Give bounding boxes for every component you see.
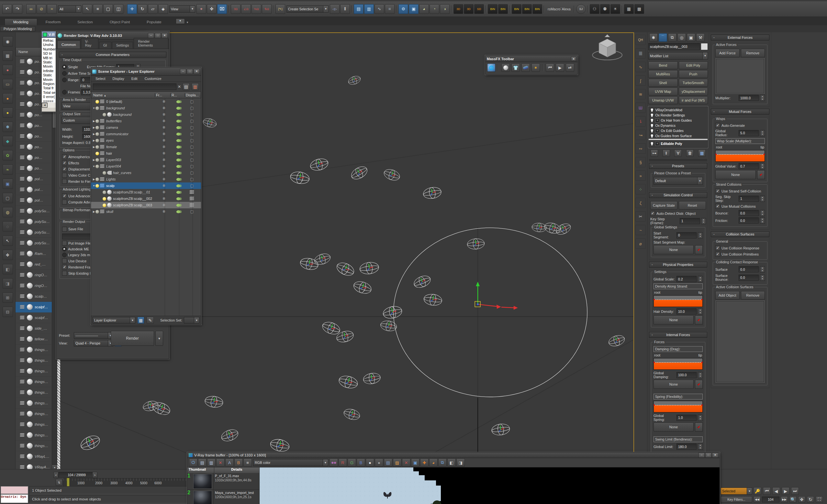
scene-explorer-row-communicator[interactable]: ▶communicator❄▢ bbox=[91, 131, 201, 137]
vfb-close-img-icon[interactable]: ✕ bbox=[402, 458, 410, 467]
docked-explorer-row[interactable]: things… bbox=[15, 408, 58, 419]
hair-guide-ellipsoid[interactable] bbox=[142, 399, 159, 412]
renderable-toggle[interactable] bbox=[173, 124, 184, 131]
se-menu-display[interactable]: Display bbox=[113, 77, 124, 80]
field-surface[interactable]: 0.0 bbox=[739, 266, 759, 272]
display-toggle[interactable]: ▢ bbox=[186, 182, 198, 189]
hair-guide-ellipsoid[interactable] bbox=[204, 395, 224, 408]
plugin-bin-box-icon[interactable]: BIN bbox=[512, 4, 522, 14]
tool-yellow-sphere-icon[interactable]: ● bbox=[3, 107, 13, 118]
map-none-button[interactable]: None bbox=[653, 380, 694, 389]
explorer-pick-icon[interactable]: ✎ bbox=[147, 317, 154, 324]
spinner-surface-bounce-[interactable]: ▲▼ bbox=[760, 275, 765, 281]
modifier-button-turbosmooth[interactable]: TurboSmooth bbox=[679, 79, 708, 87]
display-toggle[interactable]: ▢ bbox=[186, 131, 198, 137]
select-manipulate-icon[interactable]: ✜ bbox=[207, 4, 216, 14]
frozen-toggle[interactable]: ❄ bbox=[158, 118, 170, 124]
prev-key-icon[interactable]: ◀ bbox=[772, 487, 780, 495]
hair-guide-ellipsoid[interactable] bbox=[423, 186, 442, 200]
renderable-toggle[interactable] bbox=[173, 144, 184, 150]
lighting-tool-icon[interactable]: ☀ bbox=[611, 4, 620, 14]
frozen-toggle[interactable]: ❄ bbox=[158, 144, 170, 150]
vfb-history-row[interactable]: 2 Maya_curves_import_test 1200x1600;0h,1… bbox=[187, 490, 259, 504]
go-end-icon[interactable]: ⏭ bbox=[791, 487, 799, 495]
render-setup-minimize-button[interactable]: ─ bbox=[148, 33, 154, 38]
field-global-spring-[interactable]: 1.0 bbox=[677, 415, 696, 421]
ornatrix-scissors-icon[interactable]: ✂ bbox=[635, 211, 646, 222]
modifier-list-combo[interactable]: Modifier List▼ bbox=[648, 52, 708, 60]
ribbon-panel-label[interactable]: Polygon Modeling bbox=[0, 26, 35, 32]
view-dropdown[interactable]: Quad 4 - Perspe▼ bbox=[74, 340, 113, 346]
renderable-toggle[interactable] bbox=[173, 182, 184, 189]
vfb-red-icon[interactable]: R bbox=[339, 458, 347, 467]
key-filters-button[interactable]: Key Filters... bbox=[721, 496, 752, 503]
column-render[interactable]: R... bbox=[170, 93, 185, 97]
strand-curve-editor[interactable] bbox=[653, 295, 703, 307]
configure-modifier-sets-icon[interactable]: ▦ bbox=[698, 150, 706, 157]
hair-guide-ellipsoid[interactable] bbox=[220, 427, 240, 443]
maximize-viewport-icon[interactable]: ⛶ bbox=[816, 496, 823, 503]
modifier-button-unwrap-uvw[interactable]: Unwrap UVW bbox=[648, 96, 678, 104]
link-icon[interactable]: ∞ bbox=[26, 4, 36, 14]
spinner-bounce-[interactable]: ▲▼ bbox=[760, 210, 765, 216]
scene-explorer-row-camera[interactable]: ▶camera❄▢ bbox=[91, 124, 201, 131]
frozen-toggle[interactable]: ❄ bbox=[158, 157, 170, 163]
select-rotate-icon[interactable]: ↻ bbox=[138, 4, 147, 14]
massfx-capsule-icon[interactable] bbox=[522, 63, 530, 72]
renderable-toggle[interactable] bbox=[173, 208, 184, 215]
frozen-toggle[interactable]: ❄ bbox=[158, 150, 170, 157]
renderable-toggle[interactable] bbox=[173, 189, 184, 195]
scene-explorer-row-Lights[interactable]: ▶Lights❄▢ bbox=[91, 176, 201, 182]
tab-modify[interactable]: ⌒ bbox=[659, 33, 667, 42]
docked-explorer-row[interactable]: things… bbox=[15, 355, 58, 366]
scene-explorer-row-0-default-[interactable]: 0 (default)❄▢ bbox=[91, 98, 201, 105]
render-setup-tab-settings[interactable]: Settings bbox=[112, 42, 133, 49]
preset-dropdown[interactable]: --------------------▼ bbox=[74, 332, 113, 339]
select-place-icon[interactable]: ◈ bbox=[158, 4, 168, 14]
ribbon-tab-populate[interactable]: Populate bbox=[138, 19, 169, 25]
checkbox-use-mutual-collisions[interactable]: ✓ bbox=[715, 204, 720, 209]
populate-tool-icon[interactable]: ⚇ bbox=[590, 4, 599, 14]
select-move-icon[interactable]: ✛ bbox=[127, 4, 137, 14]
renderable-toggle[interactable] bbox=[173, 170, 184, 176]
scene-explorer-row-butterflies[interactable]: ▶butterflies❄▢ bbox=[91, 118, 201, 124]
hair-guide-ellipsoid[interactable] bbox=[543, 221, 561, 235]
scene-explorer-row-hair-curves[interactable]: hair_curves❄▢ bbox=[91, 170, 201, 176]
vfb-save2-icon[interactable]: ▤ bbox=[384, 458, 392, 467]
renderable-toggle[interactable] bbox=[173, 176, 184, 182]
reference-coordinate-combo[interactable]: View▼ bbox=[169, 5, 195, 13]
render-setup-tab-v-ray[interactable]: V-Ray bbox=[81, 38, 98, 49]
vfb-duplicate-icon[interactable]: ⧉ bbox=[438, 458, 447, 467]
frozen-toggle[interactable]: ❄ bbox=[158, 195, 170, 202]
frozen-toggle[interactable]: ❄ bbox=[158, 202, 170, 208]
frozen-toggle[interactable]: ❄ bbox=[158, 124, 170, 131]
bind-spacewarp-icon[interactable]: ≈ bbox=[47, 4, 57, 14]
render-production-icon[interactable]: ◕ bbox=[419, 4, 429, 14]
massfx-step-icon[interactable]: ⏯ bbox=[566, 63, 574, 72]
ornatrix-strand-wave-icon[interactable]: ∿ bbox=[635, 62, 646, 72]
hair-guide-ellipsoid[interactable] bbox=[338, 374, 359, 390]
hair-guide-ellipsoid[interactable] bbox=[383, 168, 401, 182]
stack-item-ox-hair-from-guides[interactable]: 💡+Ox Hair from Guides bbox=[649, 118, 708, 123]
docked-explorer-row[interactable]: things… bbox=[15, 387, 58, 398]
select-scale-icon[interactable]: ▱ bbox=[148, 4, 158, 14]
tool-orange-sphere-icon[interactable]: ● bbox=[3, 93, 13, 104]
rollout-collision-surfaces[interactable]: Collision Surfaces bbox=[711, 231, 769, 237]
display-toggle[interactable]: ▢ bbox=[186, 163, 198, 170]
scene-explorer-row-background[interactable]: ▼background❄▢ bbox=[91, 105, 201, 111]
strand-curve-editor[interactable] bbox=[653, 358, 703, 370]
map-none-button[interactable]: None bbox=[653, 423, 694, 432]
docked-explorer-row[interactable]: scalpf… bbox=[15, 313, 58, 323]
orbit-viewport-icon[interactable]: ↻ bbox=[807, 496, 814, 503]
tool-teal-icon[interactable]: ◆ bbox=[3, 136, 13, 146]
spinner-start-segment-[interactable]: ▲▼ bbox=[698, 232, 703, 238]
render-setup-tab-gi[interactable]: GI bbox=[99, 42, 111, 49]
display-toggle[interactable]: ▢ bbox=[186, 111, 198, 118]
remove-button[interactable]: Remove bbox=[741, 291, 765, 299]
vfb-image-area[interactable] bbox=[259, 467, 720, 504]
item-list[interactable] bbox=[716, 59, 764, 94]
renderable-toggle[interactable] bbox=[173, 163, 184, 170]
checkbox-use-collision-primitives[interactable]: ✓ bbox=[715, 252, 720, 257]
render-flyout-button[interactable]: ▾ bbox=[155, 331, 163, 346]
ornatrix-hook-icon[interactable]: ʃ bbox=[635, 75, 646, 86]
